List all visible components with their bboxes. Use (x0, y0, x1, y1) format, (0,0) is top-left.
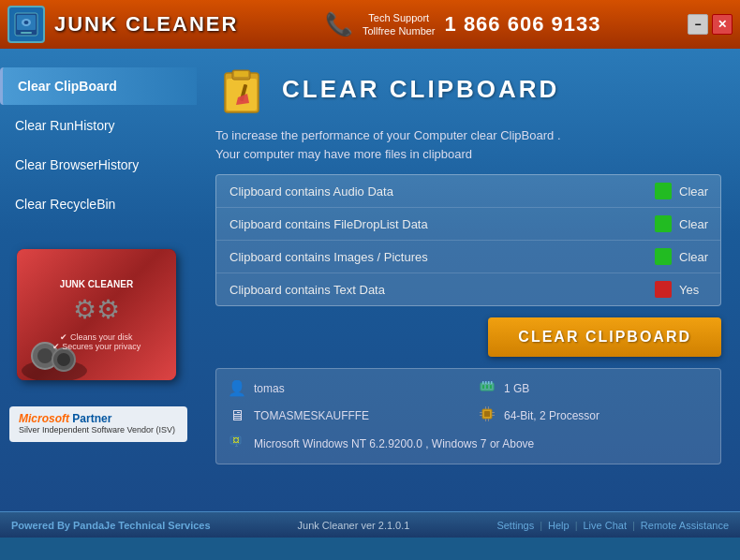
sys-user-value: tomas (254, 382, 285, 395)
support-label-line2: Tollfree Number (363, 24, 436, 37)
status-images-indicator (655, 248, 672, 265)
svg-rect-23 (491, 381, 493, 384)
status-text-text: Yes (679, 283, 707, 297)
support-number: 1 866 606 9133 (445, 12, 601, 37)
powered-by: Powered By PandaJe Technical Services (11, 520, 211, 531)
svg-rect-21 (485, 381, 487, 384)
svg-rect-22 (488, 381, 490, 384)
computer-icon: 🖥 (228, 407, 246, 424)
content-area: CLEAR CLIPBOARD To increase the performa… (197, 49, 740, 511)
clipboard-row-audio: Clipboard contains Audio Data Clear (216, 175, 720, 208)
clipboard-row-text: Clipboard contains Text Data Yes (216, 273, 720, 305)
product-box-title: JUNK CLEANER (60, 279, 133, 290)
clipboard-text-label: Clipboard contains Text Data (229, 283, 655, 297)
clipboard-audio-status: Clear (655, 183, 707, 199)
sys-ram-value: 1 GB (504, 382, 529, 395)
clipboard-filedrop-label: Clipboard contains FileDropList Data (229, 217, 655, 231)
content-desc-line1: To increase the performance of your Comp… (215, 126, 721, 145)
sidebar-item-recyclebin-label: Clear RecycleBin (15, 197, 115, 212)
svg-rect-33 (492, 415, 495, 416)
svg-rect-13 (234, 71, 248, 77)
sidebar-item-browserhistory-label: Clear BrowserHistory (15, 157, 139, 172)
phone-icon: 📞 (325, 11, 353, 37)
ms-partner-subtitle: Silver Independent Software Vendor (ISV) (19, 425, 178, 436)
clipboard-images-status: Clear (655, 248, 707, 265)
clipboard-icon-large (215, 64, 267, 115)
app-title: JUNK CLEANER (54, 12, 238, 37)
main-container: Clear ClipBoard Clear RunHistory Clear B… (0, 49, 740, 511)
content-desc-line2: Your computer may have more files in cli… (215, 145, 721, 164)
bottom-bar: Powered By PandaJe Technical Services Ju… (0, 511, 740, 538)
clipboard-row-images: Clipboard contains Images / Pictures Cle… (216, 241, 720, 273)
svg-rect-27 (488, 406, 489, 409)
clipboard-images-label: Clipboard contains Images / Pictures (229, 250, 655, 264)
status-audio-indicator (655, 183, 672, 199)
help-link[interactable]: Help (548, 520, 570, 531)
sys-info-user: 👤 tomas (228, 376, 459, 400)
status-filedrop-text: Clear (679, 217, 707, 231)
ram-icon (478, 380, 496, 397)
product-checklist: ✔ Cleans your disk✔ Secures your privacy (52, 332, 141, 351)
minimize-button[interactable]: − (688, 14, 708, 35)
settings-link[interactable]: Settings (496, 520, 534, 531)
sidebar-item-browserhistory[interactable]: Clear BrowserHistory (0, 146, 197, 184)
svg-rect-31 (480, 415, 482, 416)
svg-rect-29 (488, 419, 489, 421)
content-title: CLEAR CLIPBOARD (282, 75, 559, 104)
status-images-text: Clear (679, 250, 707, 264)
gear-icons: ⚙⚙ (73, 294, 120, 325)
svg-rect-4 (21, 32, 32, 34)
svg-point-3 (24, 21, 29, 24)
app-icon (7, 6, 45, 43)
svg-rect-26 (485, 406, 486, 409)
sys-info-ram: 1 GB (478, 376, 709, 400)
window-controls: − ✕ (688, 14, 733, 35)
sys-info-processor: 64-Bit, 2 Processor (478, 404, 709, 428)
support-label-line1: Tech Support (363, 11, 436, 24)
ms-partner: Microsoft Partner Silver Independent Sof… (9, 406, 187, 442)
title-bar: JUNK CLEANER 📞 Tech Support Tollfree Num… (0, 0, 740, 49)
clear-clipboard-button[interactable]: CLEAR CLIPBOARD (488, 317, 721, 357)
support-section: 📞 Tech Support Tollfree Number 1 866 606… (325, 11, 601, 38)
product-box-image: JUNK CLEANER ⚙⚙ ✔ Cleans your disk✔ Secu… (17, 249, 176, 380)
processor-icon (478, 406, 496, 425)
user-icon: 👤 (228, 379, 246, 397)
ms-partner-title: Microsoft Partner (19, 412, 178, 425)
svg-rect-25 (484, 411, 490, 417)
livechat-link[interactable]: Live Chat (584, 520, 627, 531)
svg-rect-20 (482, 381, 484, 384)
clipboard-text-status: Yes (655, 281, 707, 298)
clear-btn-container: CLEAR CLIPBOARD (215, 317, 721, 357)
sys-computer-value: TOMASMESKAUFFFE (254, 409, 369, 422)
remote-assistance-link[interactable]: Remote Assistance (641, 520, 729, 531)
sys-info-box: 👤 tomas 1 GB (215, 368, 721, 464)
svg-rect-32 (492, 412, 495, 413)
sidebar-item-clipboard[interactable]: Clear ClipBoard (0, 67, 197, 105)
sidebar-item-runhistory[interactable]: Clear RunHistory (0, 107, 197, 144)
content-description: To increase the performance of your Comp… (215, 126, 721, 163)
sidebar-item-clipboard-label: Clear ClipBoard (18, 79, 117, 94)
svg-rect-18 (486, 385, 488, 389)
svg-rect-30 (480, 412, 482, 413)
os-icon (228, 435, 246, 453)
status-text-indicator (655, 281, 672, 298)
svg-point-7 (37, 348, 52, 363)
svg-point-9 (57, 353, 70, 366)
sidebar: Clear ClipBoard Clear RunHistory Clear B… (0, 49, 197, 511)
version-text: Junk Cleaner ver 2.1.0.1 (298, 520, 410, 531)
svg-rect-17 (482, 385, 484, 389)
title-bar-left: JUNK CLEANER (7, 6, 238, 43)
product-box: JUNK CLEANER ⚙⚙ ✔ Cleans your disk✔ Secu… (9, 242, 187, 388)
clipboard-filedrop-status: Clear (655, 215, 707, 232)
sys-processor-value: 64-Bit, 2 Processor (504, 409, 599, 422)
sidebar-item-runhistory-label: Clear RunHistory (15, 118, 115, 133)
svg-rect-19 (490, 385, 492, 389)
clipboard-table: Clipboard contains Audio Data Clear Clip… (215, 174, 721, 306)
sidebar-item-recyclebin[interactable]: Clear RecycleBin (0, 185, 197, 223)
bottom-links: Settings | Help | Live Chat | Remote Ass… (496, 520, 729, 531)
clipboard-audio-label: Clipboard contains Audio Data (229, 184, 655, 199)
close-button[interactable]: ✕ (712, 14, 733, 35)
status-filedrop-indicator (655, 215, 672, 232)
status-audio-text: Clear (679, 184, 707, 199)
content-header: CLEAR CLIPBOARD (215, 64, 721, 115)
